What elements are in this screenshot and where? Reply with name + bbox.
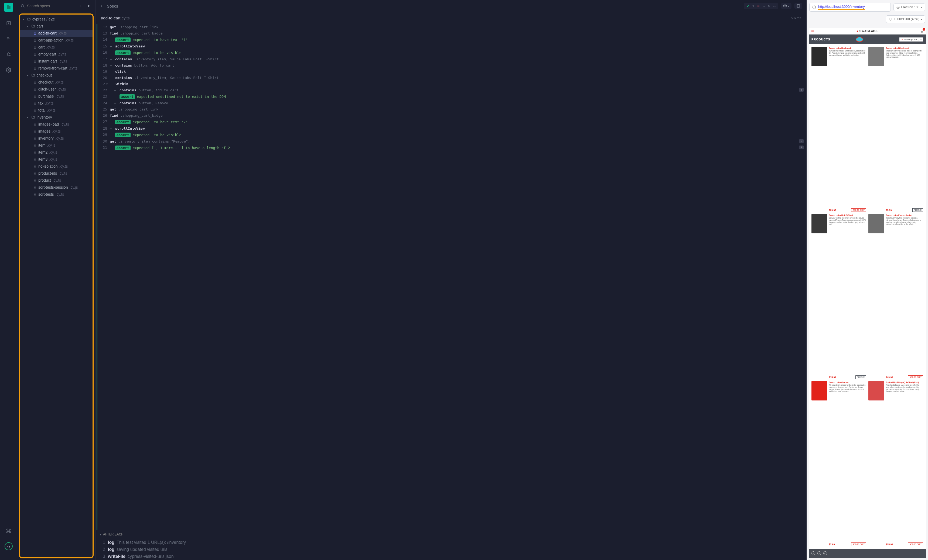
tree-file[interactable]: cart-app-action.cy.ts	[20, 37, 93, 44]
product-image[interactable]	[812, 381, 827, 400]
tree-file[interactable]: purchase.cy.ts	[20, 93, 93, 100]
tree-file[interactable]: product-ids.cy.ts	[20, 170, 93, 177]
log-row[interactable]: 3writeFile cypress-visited-urls.json	[96, 553, 807, 560]
tree-file[interactable]: inventory.cy.ts	[20, 135, 93, 142]
cart-icon[interactable]: 2	[920, 29, 924, 33]
product-title[interactable]: Sauce Labs Onesie	[829, 381, 866, 383]
log-row[interactable]: 13find .shopping_cart_badge	[98, 30, 807, 37]
product-price: $9.99	[886, 209, 892, 212]
menu-icon[interactable]	[811, 29, 814, 33]
tree-folder[interactable]: ▾inventory	[20, 114, 93, 121]
after-each-header[interactable]: ▾ AFTER EACH	[96, 530, 807, 539]
tree-folder[interactable]: ▾checkout	[20, 72, 93, 79]
product-title[interactable]: Sauce Labs Fleece Jacket	[886, 214, 923, 216]
tree-file[interactable]: add-to-cart.cy.ts	[20, 30, 93, 37]
product-action-button[interactable]: ADD TO CART	[908, 542, 923, 546]
log-row[interactable]: 16assert expected to be visible	[98, 49, 807, 56]
tree-root[interactable]: ▾cypress / e2e	[20, 16, 93, 23]
svg-rect-97	[890, 18, 892, 20]
product-image[interactable]	[868, 214, 884, 233]
tree-file[interactable]: product.cy.ts	[20, 177, 93, 184]
tree-file[interactable]: remove-from-cart.cy.ts	[20, 65, 93, 72]
shortcuts-icon[interactable]	[4, 527, 13, 535]
sort-dropdown[interactable]: ▼ NAME (A TO Z) ▾	[899, 38, 923, 41]
product-image[interactable]	[868, 381, 884, 400]
log-row[interactable]: 22contains button, Add to cart0	[98, 87, 807, 93]
collapse-icon[interactable]	[100, 4, 104, 8]
svg-line-10	[7, 53, 7, 53]
tree-file[interactable]: item.cy.js	[20, 142, 93, 149]
spec-duration: 697ms	[791, 16, 801, 20]
product-image[interactable]	[812, 47, 827, 66]
log-row[interactable]: 15scrollIntoView	[98, 43, 807, 49]
log-row[interactable]: 19click	[98, 68, 807, 75]
product-action-button[interactable]: ADD TO CART	[851, 542, 866, 546]
log-row[interactable]: 21▾within	[98, 81, 807, 87]
log-row[interactable]: 12get .shopping_cart_link	[98, 24, 807, 30]
panel-toggle[interactable]	[794, 3, 802, 9]
product-action-button[interactable]: REMOVE	[855, 375, 866, 379]
log-row[interactable]: 18contains button, Add to cart	[98, 62, 807, 68]
log-row[interactable]: 25get .shopping_cart_link	[98, 106, 807, 113]
log-row[interactable]: 17contains .inventory_item, Sauce Labs B…	[98, 56, 807, 62]
log-row[interactable]: 31assert expected [ , 1 more... ] to hav…	[98, 145, 807, 151]
linkedin-icon[interactable]: in	[823, 551, 827, 555]
pending-count: --	[763, 4, 765, 8]
tree-file[interactable]: checkout.cy.ts	[20, 79, 93, 86]
product-image[interactable]	[868, 47, 884, 66]
product-desc: It's not every day that you come across …	[886, 217, 923, 225]
tree-file[interactable]: images-load.cy.ts	[20, 121, 93, 128]
product-action-button[interactable]: REMOVE	[912, 208, 923, 212]
log-row[interactable]: 26find .shopping_cart_badge	[98, 113, 807, 119]
spec-ext: .cy.ts	[121, 16, 130, 20]
twitter-icon[interactable]: t	[812, 551, 815, 555]
tree-file[interactable]: tax.cy.ts	[20, 100, 93, 107]
tree-file[interactable]: images.cy.ts	[20, 128, 93, 135]
run-all-button[interactable]	[85, 3, 92, 9]
log-row[interactable]: 1log This test visited 1 URL(s): /invent…	[96, 539, 807, 546]
tree-file[interactable]: item2.cy.js	[20, 149, 93, 156]
tree-file[interactable]: total.cy.ts	[20, 107, 93, 114]
url-bar[interactable]: http://localhost:3000/inventory	[809, 3, 891, 12]
product-title[interactable]: Test.allTheThings() T-Shirt (Red)	[886, 381, 923, 383]
visibility-toggle[interactable]: ▾	[781, 3, 792, 9]
product-title[interactable]: Sauce Labs Bolt T-Shirt	[829, 214, 866, 216]
log-row[interactable]: 27assert expected to have text '2'	[98, 119, 807, 125]
log-row[interactable]: 29assert expected to be visible	[98, 131, 807, 138]
tree-file[interactable]: no-isolation.cy.ts	[20, 163, 93, 170]
product-action-button[interactable]: ADD TO CART	[851, 208, 866, 212]
product-image[interactable]	[812, 214, 827, 233]
product-card: Sauce Labs Onesie Rib snap infant onesie…	[812, 381, 866, 546]
search-input[interactable]	[27, 4, 75, 8]
product-title[interactable]: Sauce Labs Backpack	[829, 47, 866, 49]
log-row[interactable]: 30get .inventory_item:contains("Remove")…	[98, 138, 807, 145]
tree-file[interactable]: sort-tests.cy.ts	[20, 191, 93, 198]
log-row[interactable]: 14assert expected to have text '1'	[98, 37, 807, 43]
settings-icon[interactable]	[4, 66, 13, 75]
tree-folder[interactable]: ▾cart	[20, 23, 93, 30]
product-action-button[interactable]: ADD TO CART	[908, 375, 923, 379]
runs-icon[interactable]	[4, 35, 13, 43]
tree-file[interactable]: instant-cart.cy.ts	[20, 58, 93, 65]
log-row[interactable]: 23assert expected undefined not to exist…	[98, 93, 807, 100]
app-logo	[4, 3, 13, 12]
log-row[interactable]: 20contains .inventory_item, Sauce Labs B…	[98, 75, 807, 81]
log-row[interactable]: 24contains button, Remove	[98, 100, 807, 106]
viewport-selector[interactable]: 1000x1200 (45%) ▾	[886, 15, 925, 23]
new-spec-button[interactable]	[77, 3, 83, 9]
dashboard-icon[interactable]	[4, 19, 13, 27]
facebook-icon[interactable]: f	[817, 551, 821, 555]
debug-icon[interactable]	[4, 50, 13, 59]
tree-file[interactable]: glitch-user.cy.ts	[20, 86, 93, 93]
url-text: http://localhost:3000/inventory	[818, 5, 865, 10]
tree-file[interactable]: item3.cy.js	[20, 156, 93, 163]
log-row[interactable]: 28scrollIntoView	[98, 125, 807, 131]
tree-file[interactable]: empty-cart.cy.ts	[20, 51, 93, 58]
product-title[interactable]: Sauce Labs Bike Light	[886, 47, 923, 49]
restart-icon[interactable]: ↻	[768, 4, 771, 8]
selector-icon[interactable]	[812, 5, 816, 9]
log-row[interactable]: 2log saving updated visited urls	[96, 546, 807, 553]
browser-selector[interactable]: Electron 130 ▾	[893, 3, 925, 11]
tree-file[interactable]: cart.cy.ts	[20, 44, 93, 51]
tree-file[interactable]: sort-tests-session.cy.js	[20, 184, 93, 191]
